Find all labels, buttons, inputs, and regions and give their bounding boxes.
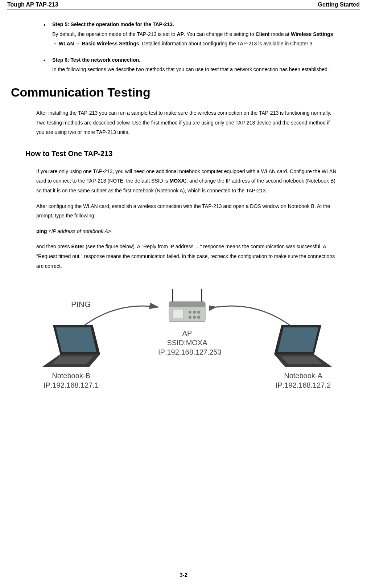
svg-point-7: [197, 311, 200, 314]
paragraph: and then press Enter (see the figure bel…: [36, 242, 338, 271]
svg-point-6: [193, 311, 196, 314]
step-body: By default, the operation mode of the TA…: [52, 31, 333, 47]
notebook-b: Notebook-B IP:192.168.127.1: [38, 322, 104, 390]
intro-paragraph: After installing the TAP-213 you can run…: [36, 108, 338, 137]
header-right: Getting Started: [318, 1, 360, 8]
step-title: Step 5: Select the operation mode for th…: [52, 21, 174, 27]
notebook-b-label: Notebook-B IP:192.168.127.1: [38, 371, 104, 390]
paragraph: If you are only using one TAP-213, you w…: [36, 167, 338, 196]
step-title: Step 6: Test the network connection.: [52, 57, 140, 63]
svg-marker-14: [52, 356, 94, 364]
svg-marker-16: [278, 327, 318, 352]
step-item: Step 5: Select the operation mode for th…: [44, 20, 338, 49]
svg-rect-4: [173, 309, 184, 319]
paragraph: After configuring the WLAN card, establi…: [36, 201, 338, 221]
step-list: Step 5: Select the operation mode for th…: [36, 20, 338, 74]
laptop-icon: [38, 322, 104, 369]
svg-marker-12: [56, 327, 96, 352]
svg-rect-3: [169, 302, 205, 307]
step-body: In the following sections we describe tw…: [52, 66, 329, 72]
svg-marker-18: [281, 356, 322, 364]
heading-2: How to Test One TAP-213: [25, 150, 338, 158]
heading-1: Communication Testing: [11, 85, 338, 99]
svg-point-5: [189, 311, 191, 314]
laptop-icon: [271, 322, 336, 369]
page-footer: 3-2: [0, 572, 367, 578]
ap-label: AP SSID:MOXA IP:192.168.127.253: [158, 328, 216, 357]
network-diagram: PING: [38, 285, 336, 423]
svg-point-9: [193, 316, 196, 319]
page-header: Tough AP TAP-213 Getting Started: [7, 0, 360, 9]
svg-point-8: [189, 316, 191, 319]
ping-label: PING: [71, 300, 91, 309]
page-content: Step 5: Select the operation mode for th…: [7, 20, 360, 423]
notebook-a: Notebook-A IP:192.168.127.2: [271, 322, 336, 390]
ap-icon: [158, 285, 216, 325]
ap-device: AP SSID:MOXA IP:192.168.127.253: [158, 285, 216, 357]
svg-point-10: [197, 316, 200, 319]
step-item: Step 6: Test the network connection. In …: [44, 55, 338, 74]
notebook-a-label: Notebook-A IP:192.168.127.2: [271, 371, 336, 390]
command-line: ping <IP address of notebook A>: [36, 226, 338, 236]
header-left: Tough AP TAP-213: [7, 1, 58, 8]
